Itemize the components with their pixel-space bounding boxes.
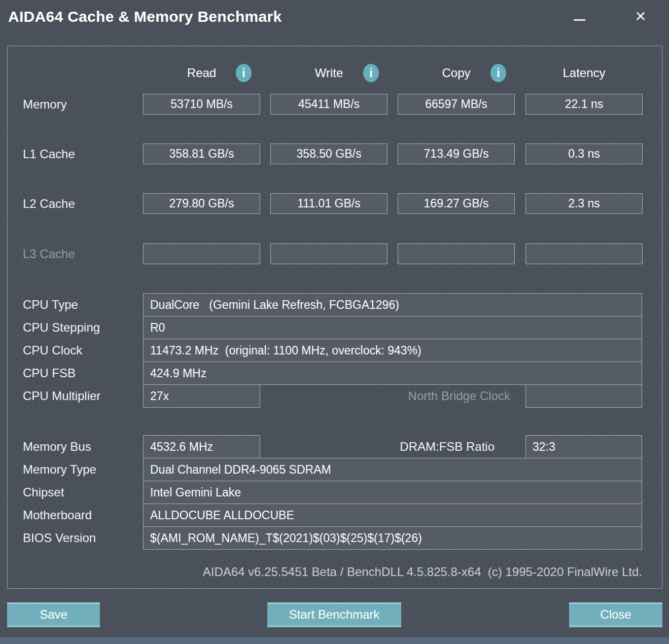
- memory-read-value: 53710 MB/s: [143, 94, 260, 115]
- cpu-type-value: DualCore (Gemini Lake Refresh, FCBGA1296…: [143, 293, 642, 316]
- start-benchmark-button[interactable]: Start Benchmark: [267, 602, 401, 627]
- latency-header-label: Latency: [562, 66, 605, 80]
- cpu-clock-value: 11473.2 MHz (original: 1100 MHz, overclo…: [143, 339, 642, 362]
- l2-latency-value: 2.3 ns: [525, 193, 643, 214]
- l3-write-value: [270, 243, 388, 264]
- label-cpu-fsb: CPU FSB: [23, 362, 76, 385]
- minimize-button[interactable]: [571, 8, 588, 25]
- write-header-label: Write: [315, 66, 343, 80]
- bios-version-value: $(AMI_ROM_NAME)_T$(2021)$(03)$(25)$(17)$…: [143, 526, 642, 550]
- save-button[interactable]: Save: [7, 602, 100, 627]
- row-label-l3-cache: L3 Cache: [23, 243, 75, 264]
- cpu-multiplier-value: 27x: [143, 384, 260, 408]
- copy-header-label: Copy: [442, 66, 470, 80]
- row-label-l2-cache: L2 Cache: [23, 193, 75, 214]
- aida64-benchmark-window: { "window": { "title": "AIDA64 Cache & M…: [0, 0, 669, 644]
- close-button[interactable]: Close: [569, 602, 662, 627]
- label-cpu-multiplier: CPU Multiplier: [23, 384, 100, 408]
- dram-fsb-ratio-value: 32:3: [525, 435, 642, 458]
- label-cpu-stepping: CPU Stepping: [23, 316, 100, 339]
- minimize-icon: [574, 19, 585, 21]
- label-cpu-type: CPU Type: [23, 293, 78, 316]
- l1-copy-value: 713.49 GB/s: [398, 144, 515, 164]
- l2-read-value: 279.80 GB/s: [143, 193, 260, 214]
- cpu-stepping-value: R0: [143, 316, 642, 339]
- info-icon[interactable]: i: [236, 64, 252, 82]
- column-header-write: Write i: [270, 63, 388, 83]
- column-header-copy: Copy i: [398, 63, 515, 83]
- info-icon[interactable]: i: [363, 64, 379, 82]
- label-bios-version: BIOS Version: [23, 526, 96, 550]
- memory-bus-value: 4532.6 MHz: [143, 435, 260, 458]
- info-icon[interactable]: i: [490, 64, 506, 82]
- label-memory-type: Memory Type: [23, 458, 96, 481]
- close-window-button[interactable]: ✕: [631, 6, 650, 26]
- column-header-read: Read i: [143, 63, 260, 83]
- north-bridge-clock-value: [525, 384, 642, 408]
- label-dram-fsb-ratio: DRAM:FSB Ratio: [260, 435, 525, 458]
- l1-latency-value: 0.3 ns: [525, 144, 643, 164]
- label-chipset: Chipset: [23, 481, 64, 504]
- column-header-latency: Latency: [525, 63, 643, 83]
- l3-read-value: [143, 243, 260, 264]
- label-motherboard: Motherboard: [23, 504, 92, 527]
- row-label-l1-cache: L1 Cache: [23, 144, 75, 164]
- window-title: AIDA64 Cache & Memory Benchmark: [8, 8, 282, 25]
- motherboard-value: ALLDOCUBE ALLDOCUBE: [143, 504, 642, 527]
- version-text: AIDA64 v6.25.5451 Beta / BenchDLL 4.5.82…: [0, 565, 642, 579]
- label-memory-bus: Memory Bus: [23, 435, 91, 458]
- l1-write-value: 358.50 GB/s: [270, 144, 388, 164]
- read-header-label: Read: [187, 66, 216, 80]
- l3-copy-value: [398, 243, 515, 264]
- memory-copy-value: 66597 MB/s: [398, 94, 515, 115]
- memory-type-value: Dual Channel DDR4-9065 SDRAM: [143, 458, 642, 481]
- memory-latency-value: 22.1 ns: [525, 94, 643, 115]
- chipset-value: Intel Gemini Lake: [143, 481, 642, 504]
- label-north-bridge-clock: North Bridge Clock: [260, 384, 525, 408]
- label-cpu-clock: CPU Clock: [23, 339, 82, 362]
- cpu-fsb-value: 424.9 MHz: [143, 362, 642, 385]
- l3-latency-value: [525, 243, 643, 264]
- close-icon: ✕: [635, 8, 646, 25]
- row-label-memory: Memory: [23, 94, 67, 115]
- l2-write-value: 111.01 GB/s: [270, 193, 388, 214]
- memory-write-value: 45411 MB/s: [270, 94, 388, 115]
- l1-read-value: 358.81 GB/s: [143, 144, 260, 164]
- window-bottom-edge: [0, 637, 669, 644]
- l2-copy-value: 169.27 GB/s: [398, 193, 515, 214]
